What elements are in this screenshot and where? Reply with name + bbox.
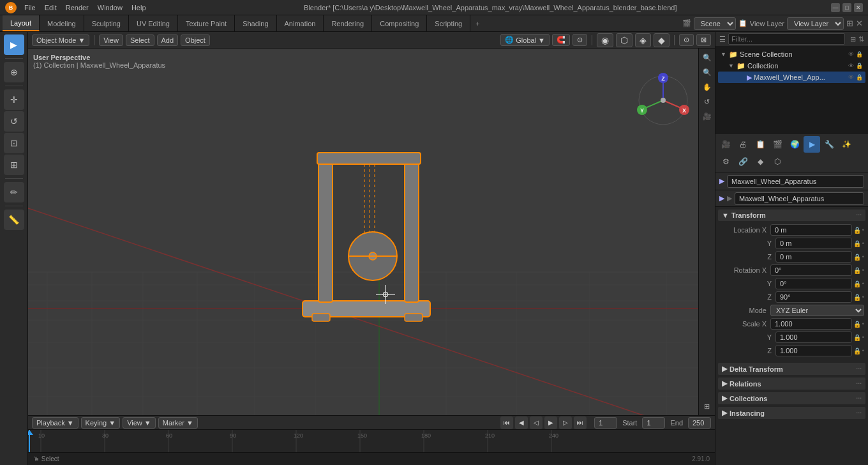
viewport-3d[interactable]: User Perspective (1) Collection | Maxwel… [28,49,715,415]
measure-tool-button[interactable]: 📏 [4,210,24,230]
minimize-button[interactable]: — [831,3,840,12]
proportional-button[interactable]: ⊙ [572,34,587,46]
scale-tool-button[interactable]: ⊡ [4,133,24,153]
tab-modeling[interactable]: Modeling [40,15,84,31]
rotate-tool-button[interactable]: ↺ [4,111,24,132]
instancing-header[interactable]: ▶ Instancing ⋯ [718,407,865,419]
location-y-field[interactable]: 0 m [775,238,852,249]
rotation-y-field[interactable]: 0° [775,278,852,289]
object-name-input[interactable] [727,175,864,188]
scale-x-lock-icon[interactable]: 🔒 [852,321,862,328]
zoom-in-button[interactable]: 🔍 [701,51,714,64]
sort-icon[interactable]: ⇅ [858,35,864,43]
viewlayer-selector[interactable]: View Layer [787,17,844,30]
end-frame-field[interactable]: 250 [688,417,711,429]
rotation-y-lock-icon[interactable]: 🔒 [852,280,862,287]
prop-object-button[interactable]: ▶ [804,136,820,153]
prop-material-button[interactable]: ⬡ [769,153,786,170]
tab-sculpting[interactable]: Sculpting [84,15,129,31]
close-button[interactable]: ✕ [854,3,863,12]
rotation-z-field[interactable]: 90° [775,291,852,303]
tab-shading[interactable]: Shading [235,15,276,31]
collections-header[interactable]: ▶ Collections ⋯ [718,392,865,404]
orbit-button[interactable]: ↺ [701,95,714,108]
prop-constraints-button[interactable]: 🔗 [735,153,751,170]
view-menu[interactable]: View [99,34,123,46]
scene-selector[interactable]: Scene [694,17,736,30]
play-reverse-button[interactable]: ◁ [530,416,542,429]
tab-uv-editing[interactable]: UV Editing [129,15,178,31]
delta-transform-header[interactable]: ▶ Delta Transform ⋯ [718,363,865,375]
tab-texture-paint[interactable]: Texture Paint [178,15,235,31]
tab-scripting[interactable]: Scripting [427,15,470,31]
outliner-search[interactable] [728,33,845,45]
view-menu-timeline[interactable]: View ▼ [123,417,156,429]
add-menu[interactable]: Add [157,34,179,46]
prev-frame-button[interactable]: ◀ [515,416,528,429]
viewport-overlay-button[interactable]: ⊙ [679,34,694,46]
select-menu[interactable]: Select [126,34,154,46]
expand-icon[interactable]: ⊞ [846,19,853,28]
outliner-collection[interactable]: ▼ 📁 Collection 👁 🔒 [718,60,865,72]
tab-animation[interactable]: Animation [277,15,324,31]
menu-help[interactable]: Help [128,3,150,13]
prop-data-button[interactable]: ◆ [752,153,768,170]
cursor-tool-button[interactable]: ⊕ [4,62,24,82]
rotation-mode-select[interactable]: XYZ Euler [770,305,864,316]
menu-window[interactable]: Window [94,3,126,13]
location-y-lock-icon[interactable]: 🔒 [852,240,862,247]
menu-render[interactable]: Render [62,3,93,13]
tab-layout[interactable]: Layout [3,15,40,31]
object-menu[interactable]: Object [181,34,210,46]
prop-view-layer-button[interactable]: 📋 [752,136,768,153]
filter-icon[interactable]: ⊞ [850,35,856,43]
marker-menu[interactable]: Marker ▼ [158,417,198,429]
scale-y-lock-icon[interactable]: 🔒 [852,334,862,341]
location-z-field[interactable]: 0 m [775,251,852,263]
prop-modifier-button[interactable]: 🔧 [821,136,837,153]
local-view-button[interactable]: ⊞ [701,400,714,413]
close-editor-button[interactable]: ✕ [856,19,863,28]
rotation-x-field[interactable]: 0° [770,264,852,276]
transform-selector[interactable]: 🌐 Global ▼ [500,34,550,46]
prop-particles-button[interactable]: ✨ [838,136,855,153]
location-x-field[interactable]: 0 m [770,224,852,236]
add-workspace-button[interactable]: + [470,15,484,31]
navigation-gizmo[interactable]: Z X Y [634,72,692,129]
start-frame-field[interactable]: 1 [642,417,665,429]
current-frame-field[interactable]: 1 [594,417,617,429]
prop-scene-button[interactable]: 🎬 [769,136,786,153]
pan-button[interactable]: ✋ [701,80,714,93]
snap-button[interactable]: 🧲 [552,34,570,46]
transform-section-header[interactable]: ▼ Transform ⋯ [718,210,865,221]
skip-to-start-button[interactable]: ⏮ [500,416,513,429]
annotate-tool-button[interactable]: ✏ [4,182,24,202]
prop-render-button[interactable]: 🎥 [717,136,734,153]
location-x-lock-icon[interactable]: 🔒 [852,227,862,234]
outliner-object[interactable]: ▶ Maxwell_Wheel_App... 👁 🔒 [718,72,865,83]
scale-x-field[interactable]: 1.000 [770,318,852,330]
viewport-shade-solid[interactable]: ◉ [597,33,613,47]
location-z-lock-icon[interactable]: 🔒 [852,254,862,261]
next-frame-button[interactable]: ▷ [559,416,572,429]
play-button[interactable]: ▶ [544,416,557,429]
prop-output-button[interactable]: 🖨 [735,136,751,153]
move-tool-button[interactable]: ✛ [4,89,24,110]
keying-menu[interactable]: Keying ▼ [81,417,121,429]
viewport-shade-rendered[interactable]: ◆ [654,33,670,47]
tab-compositing[interactable]: Compositing [372,15,427,31]
outliner-scene-collection[interactable]: ▼ 📁 Scene Collection 👁 🔒 [718,49,865,60]
scale-z-field[interactable]: 1.000 [775,345,852,356]
rotation-x-lock-icon[interactable]: 🔒 [852,267,862,274]
prop-physics-button[interactable]: ⚙ [717,153,734,170]
zoom-out-button[interactable]: 🔍 [701,66,714,79]
maximize-button[interactable]: □ [842,3,851,12]
object-data-name-input[interactable] [735,192,864,205]
menu-file[interactable]: File [20,3,40,13]
relations-header[interactable]: ▶ Relations ⋯ [718,377,865,390]
camera-button[interactable]: 🎥 [701,110,714,123]
transform-tool-button[interactable]: ⊞ [4,155,24,175]
viewport-shade-wire[interactable]: ⬡ [616,33,632,47]
timeline-scrubber[interactable]: 10 30 60 90 120 150 180 210 240 [28,430,715,452]
viewport-shade-material[interactable]: ◈ [635,33,651,47]
